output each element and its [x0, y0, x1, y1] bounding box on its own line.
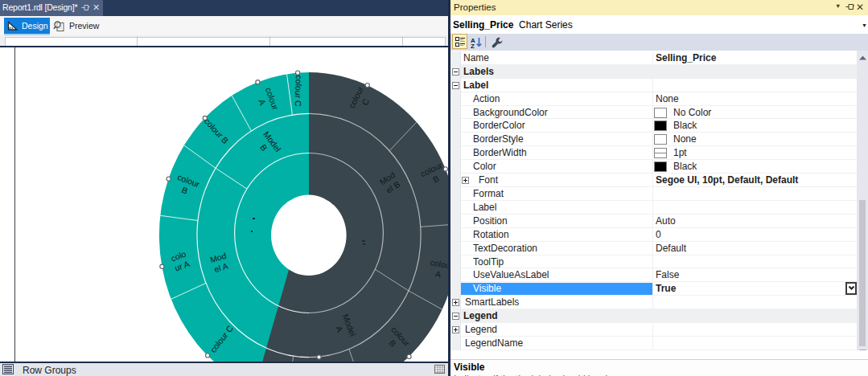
svg-text:colour C: colour C: [294, 75, 304, 107]
